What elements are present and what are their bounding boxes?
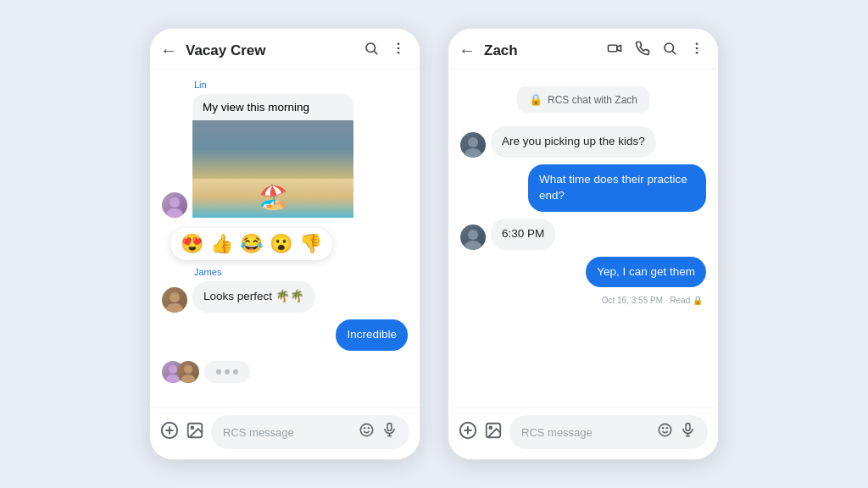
typing-avatars bbox=[162, 361, 199, 383]
back-button[interactable]: ← bbox=[160, 41, 177, 60]
back-button-zach[interactable]: ← bbox=[459, 41, 476, 60]
phone2-input-bar: RCS message bbox=[448, 408, 718, 459]
emoji-laugh[interactable]: 😂 bbox=[240, 233, 263, 255]
typing-dots bbox=[204, 361, 250, 383]
svg-rect-24 bbox=[609, 45, 618, 52]
sender-james: James bbox=[194, 267, 408, 277]
emoji-icon-zach[interactable] bbox=[657, 422, 673, 442]
phones-container: ← Vacay Crew Lin bbox=[149, 28, 719, 460]
incredible-bubble: Incredible bbox=[336, 319, 408, 351]
typing-avatar2 bbox=[177, 361, 199, 383]
svg-point-33 bbox=[468, 230, 478, 240]
zach-input-right-icons bbox=[657, 422, 696, 442]
svg-line-1 bbox=[374, 51, 376, 53]
svg-point-4 bbox=[398, 52, 400, 54]
zach-header-icons bbox=[606, 41, 704, 60]
james-msg-group: James Looks perfect 🌴🌴 bbox=[162, 267, 408, 313]
reaction-bar: 😍 👍 😂 😮 👎 bbox=[170, 228, 332, 260]
mic-icon-zach[interactable] bbox=[680, 422, 696, 442]
svg-point-29 bbox=[696, 47, 698, 50]
svg-rect-21 bbox=[387, 424, 392, 431]
mic-icon[interactable] bbox=[381, 422, 398, 442]
zach-msg1-row: Are you picking up the kids? bbox=[460, 126, 706, 158]
image-attach-icon[interactable] bbox=[186, 421, 204, 444]
phone-icon[interactable] bbox=[635, 41, 650, 60]
svg-point-12 bbox=[181, 374, 195, 383]
dot2 bbox=[225, 369, 230, 374]
svg-rect-43 bbox=[686, 424, 690, 431]
svg-point-2 bbox=[398, 42, 400, 45]
dot1 bbox=[216, 369, 221, 374]
svg-point-32 bbox=[465, 148, 481, 158]
phone2-header: ← Zach bbox=[448, 29, 718, 69]
svg-point-9 bbox=[169, 365, 177, 374]
phone2-chat-body: 🔒 RCS chat with Zach Are you picking up … bbox=[448, 69, 718, 408]
chat-title: Vacay Crew bbox=[186, 42, 357, 59]
sender-lin: Lin bbox=[194, 80, 408, 90]
svg-point-3 bbox=[398, 47, 400, 50]
james-msg-row: Looks perfect 🌴🌴 bbox=[162, 281, 408, 313]
phone1-chat-body: Lin My view this morning 😍 👍 bbox=[150, 69, 420, 408]
svg-point-30 bbox=[696, 52, 698, 54]
phone1-header: ← Vacay Crew bbox=[150, 29, 420, 69]
emoji-wow[interactable]: 😮 bbox=[270, 233, 292, 255]
input-placeholder: RCS message bbox=[223, 426, 359, 439]
svg-point-31 bbox=[468, 137, 478, 147]
menu-icon-zach[interactable] bbox=[689, 41, 704, 60]
svg-marker-25 bbox=[617, 45, 621, 52]
svg-point-7 bbox=[170, 292, 180, 302]
emoji-icon[interactable] bbox=[359, 422, 375, 442]
emoji-love[interactable]: 😍 bbox=[181, 233, 203, 255]
outgoing-incredible-row: Incredible bbox=[162, 319, 408, 351]
lin-msg-row: My view this morning bbox=[162, 94, 408, 218]
zach-input-placeholder: RCS message bbox=[521, 426, 657, 439]
outgoing-bubble1: What time does their practice end? bbox=[528, 164, 706, 212]
svg-point-40 bbox=[659, 424, 670, 435]
zach-message-input[interactable]: RCS message bbox=[509, 415, 708, 449]
svg-point-28 bbox=[696, 42, 698, 45]
video-icon[interactable] bbox=[606, 41, 623, 60]
typing-row bbox=[162, 361, 408, 383]
lock-icon: 🔒 bbox=[529, 93, 542, 106]
input-right-icons bbox=[359, 422, 398, 442]
svg-point-17 bbox=[191, 426, 193, 429]
james-bubble: Looks perfect 🌴🌴 bbox=[192, 281, 315, 313]
svg-point-39 bbox=[489, 426, 492, 429]
zach-bubble2: 6:30 PM bbox=[491, 219, 555, 250]
emoji-thumbsup[interactable]: 👍 bbox=[210, 233, 233, 255]
zach-chat-title: Zach bbox=[484, 42, 599, 59]
lin-msg-group: Lin My view this morning bbox=[162, 80, 408, 218]
outgoing-msg2-row: Yep, I can get them bbox=[460, 257, 706, 288]
rcs-badge: 🔒 RCS chat with Zach bbox=[517, 86, 649, 113]
lin-text-bubble: My view this morning bbox=[192, 94, 353, 120]
svg-point-11 bbox=[184, 365, 192, 374]
plus-icon[interactable] bbox=[160, 421, 179, 444]
search-icon[interactable] bbox=[364, 41, 379, 60]
message-input[interactable]: RCS message bbox=[211, 415, 409, 449]
search-icon-zach[interactable] bbox=[662, 41, 677, 60]
svg-point-5 bbox=[170, 197, 180, 208]
header-icons bbox=[364, 41, 406, 60]
phone1-input-bar: RCS message bbox=[150, 408, 420, 459]
phone1: ← Vacay Crew Lin bbox=[149, 28, 420, 460]
zach-avatar2 bbox=[460, 225, 486, 250]
svg-point-18 bbox=[360, 424, 372, 435]
beach-image bbox=[192, 120, 353, 218]
zach-bubble1: Are you picking up the kids? bbox=[491, 126, 656, 158]
menu-icon[interactable] bbox=[391, 41, 406, 60]
dot3 bbox=[233, 369, 238, 374]
image-attach-icon-zach[interactable] bbox=[484, 421, 503, 444]
plus-icon-zach[interactable] bbox=[459, 421, 477, 444]
zach-msg2-row: 6:30 PM bbox=[460, 219, 706, 250]
lin-avatar bbox=[162, 192, 187, 218]
svg-point-34 bbox=[465, 241, 481, 250]
james-avatar bbox=[162, 287, 187, 313]
phone2: ← Zach 🔒 RCS cha bbox=[448, 28, 719, 460]
outgoing-bubble2: Yep, I can get them bbox=[586, 257, 706, 288]
outgoing-msg1-row: What time does their practice end? bbox=[460, 164, 706, 212]
zach-avatar1 bbox=[460, 132, 486, 158]
msg-timestamp: Oct 16, 3:55 PM · Read 🔒 bbox=[460, 296, 703, 305]
emoji-thumbsdown[interactable]: 👎 bbox=[299, 233, 322, 255]
svg-line-27 bbox=[672, 51, 675, 53]
svg-point-6 bbox=[166, 208, 183, 218]
